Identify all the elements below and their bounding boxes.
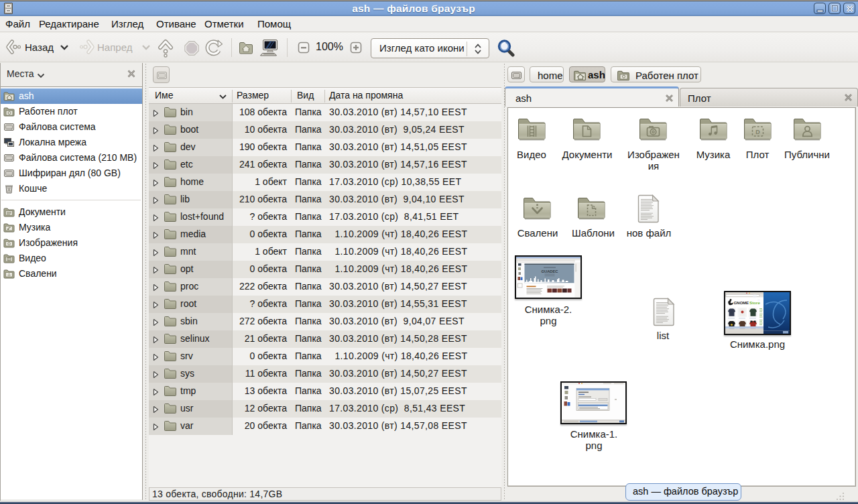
svg-text:D: D <box>755 129 760 135</box>
svg-text:GNOME: GNOME <box>734 300 749 305</box>
svg-text:GUADEC: GUADEC <box>541 269 558 273</box>
